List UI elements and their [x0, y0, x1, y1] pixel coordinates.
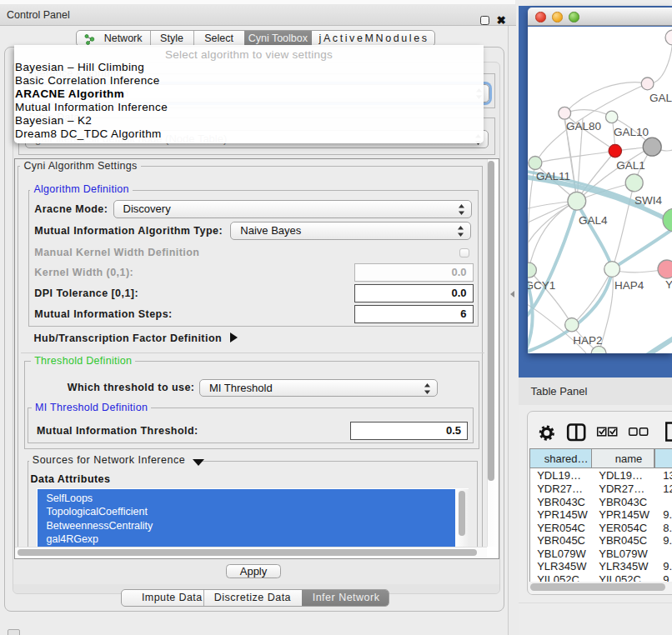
svg-text:YER: YER [665, 278, 672, 291]
svg-text:GAL4: GAL4 [579, 214, 608, 227]
svg-text:GAL10: GAL10 [614, 126, 649, 138]
svg-text:SWI4: SWI4 [634, 194, 662, 207]
svg-text:GAL80: GAL80 [649, 92, 672, 104]
svg-text:GAL80: GAL80 [566, 120, 601, 132]
svg-text:GAL11: GAL11 [536, 170, 570, 182]
svg-text:HAP4: HAP4 [614, 279, 644, 292]
svg-text:GCY1: GCY1 [528, 279, 555, 292]
svg-text:HAP2: HAP2 [573, 334, 602, 347]
svg-text:GAL1: GAL1 [616, 159, 645, 172]
